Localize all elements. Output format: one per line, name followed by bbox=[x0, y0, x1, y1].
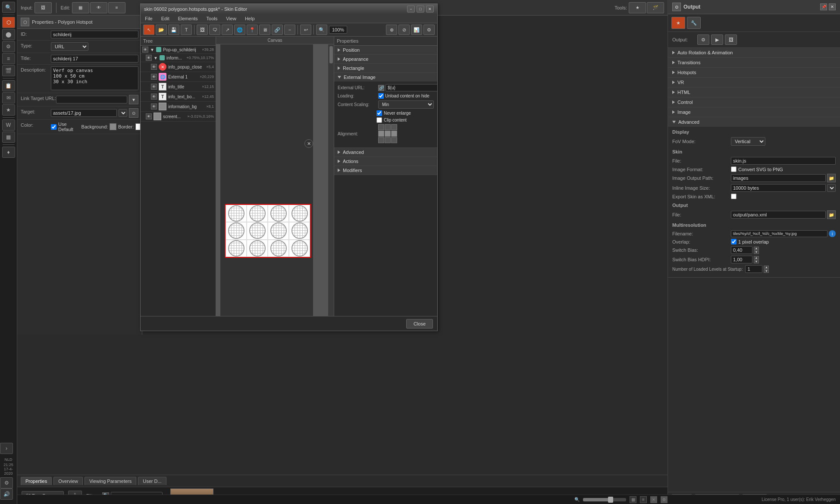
tool-minus[interactable]: − bbox=[284, 25, 295, 35]
output-image-btn[interactable]: 🖼 bbox=[725, 34, 737, 45]
align-mc[interactable] bbox=[385, 131, 391, 137]
tree-item-inform[interactable]: 👁 ▼ inform... +0.75%,10.17% bbox=[141, 54, 216, 62]
view-mode-btn-2[interactable]: ≡ bbox=[640, 496, 647, 503]
right-tab-star[interactable]: ★ bbox=[671, 17, 685, 29]
tree-eye-infobg[interactable]: 👁 bbox=[151, 103, 157, 110]
fov-mode-select[interactable]: Vertical Horizontal bbox=[731, 137, 765, 146]
export-skin-xml-check[interactable] bbox=[731, 194, 737, 199]
switch-bias-input[interactable] bbox=[731, 246, 752, 254]
tree-eye-popup[interactable]: 👁 bbox=[142, 47, 148, 53]
align-ml[interactable] bbox=[378, 131, 384, 137]
zoom-value-display[interactable]: 100% bbox=[329, 26, 347, 34]
toolbar-item-10[interactable]: ▦ bbox=[2, 131, 15, 143]
align-tl[interactable] bbox=[378, 124, 384, 130]
target-input[interactable] bbox=[51, 109, 117, 117]
toolbar-item-4[interactable]: ≡ bbox=[2, 53, 15, 64]
content-scaling-select[interactable]: Min Max Fit Stretch bbox=[378, 100, 434, 109]
canvas-scrollbar-v[interactable] bbox=[328, 44, 334, 322]
tool-image[interactable]: 🖼 bbox=[197, 25, 208, 35]
tree-arrow-inform[interactable]: ▼ bbox=[154, 56, 158, 60]
tree-eye-external[interactable]: 👁 bbox=[151, 74, 157, 80]
skin-file-input[interactable] bbox=[731, 157, 836, 165]
zoom-slider-thumb[interactable] bbox=[608, 497, 613, 503]
toolbar-item-8[interactable]: ★ bbox=[2, 104, 15, 116]
never-enlarge-check[interactable] bbox=[376, 110, 382, 116]
tool-extra-2[interactable]: ⊘ bbox=[398, 25, 410, 35]
tool-pin[interactable]: 📍 bbox=[247, 25, 258, 35]
tool-save[interactable]: 💾 bbox=[168, 25, 179, 35]
toolbar-item-5[interactable]: 🎬 bbox=[2, 65, 15, 76]
tree-eye-title[interactable]: 👁 bbox=[151, 84, 157, 90]
align-bl[interactable] bbox=[378, 137, 384, 143]
right-html-header[interactable]: HTML bbox=[668, 88, 840, 97]
title-input[interactable] bbox=[51, 55, 138, 63]
right-image-header[interactable]: Image bbox=[668, 107, 840, 117]
output-file-input[interactable] bbox=[731, 211, 826, 219]
toolbar-item-9[interactable]: W bbox=[2, 119, 15, 131]
right-header-close-btn[interactable]: ✕ bbox=[829, 3, 836, 10]
input-photo-btn[interactable]: 🖼 bbox=[34, 2, 52, 13]
tree-item-infobg[interactable]: 👁 information_bg ×8,1 bbox=[141, 102, 216, 112]
tools-star-btn[interactable]: ★ bbox=[629, 2, 646, 13]
link-url-input[interactable] bbox=[56, 96, 127, 103]
btab-overview[interactable]: Overview bbox=[53, 477, 83, 485]
right-tab-tools[interactable]: 🔧 bbox=[687, 17, 701, 29]
align-mr[interactable] bbox=[391, 131, 397, 137]
align-tr[interactable] bbox=[391, 124, 397, 130]
win-close-btn[interactable]: ✕ bbox=[426, 6, 434, 13]
toolbar-settings[interactable]: ⚙ bbox=[0, 477, 13, 488]
btab-viewing-params[interactable]: Viewing Parameters bbox=[85, 477, 136, 485]
image-format-check[interactable] bbox=[731, 166, 737, 172]
toolbar-search[interactable]: 🔍 bbox=[2, 2, 15, 13]
props-appearance-header[interactable]: Appearance bbox=[334, 55, 437, 63]
right-transitions-header[interactable]: Transitions bbox=[668, 58, 840, 67]
output-file-browse[interactable]: 📁 bbox=[827, 210, 836, 219]
tools-wand-btn[interactable]: 🪄 bbox=[647, 2, 664, 13]
inline-size-unit[interactable]: ▼ bbox=[827, 184, 836, 192]
tree-eye-close[interactable]: 👁 bbox=[151, 64, 157, 70]
btab-user-d[interactable]: User D... bbox=[138, 477, 166, 485]
tool-cursor[interactable]: ↖ bbox=[143, 25, 154, 35]
loading-check[interactable] bbox=[378, 93, 384, 99]
toolbar-item-2[interactable]: ⬤ bbox=[2, 29, 15, 40]
right-hotspots-header[interactable]: Hotspots bbox=[668, 68, 840, 77]
filename-info-icon[interactable]: i bbox=[829, 230, 836, 237]
filename-input[interactable] bbox=[731, 230, 827, 237]
output-gear-btn[interactable]: ⚙ bbox=[697, 34, 709, 45]
switch-bias-up[interactable]: ▲ bbox=[754, 247, 759, 250]
loaded-levels-down[interactable]: ▼ bbox=[764, 269, 769, 273]
tree-eye-inform[interactable]: 👁 bbox=[146, 55, 152, 61]
target-browse-btn[interactable]: ⊙ bbox=[129, 108, 138, 118]
switch-bias-down[interactable]: ▼ bbox=[754, 250, 759, 254]
menu-elements[interactable]: Elements bbox=[176, 15, 200, 22]
toolbar-polygon-hotspot[interactable]: ⬡ bbox=[2, 17, 15, 28]
tool-extra-3[interactable]: 📊 bbox=[411, 25, 422, 35]
menu-file[interactable]: File bbox=[143, 15, 154, 22]
desc-textarea[interactable]: Verf op canvas 100 x 50 cm 30 x 30 inch … bbox=[51, 66, 138, 90]
menu-tools[interactable]: Tools bbox=[205, 15, 219, 22]
tree-eye-screent[interactable]: 👁 bbox=[146, 113, 152, 119]
switch-bias-hdpi-input[interactable] bbox=[731, 256, 752, 263]
link-url-btn[interactable]: ▼ bbox=[129, 95, 138, 104]
tool-undo[interactable]: ↩ bbox=[300, 25, 311, 35]
toolbar-item-7[interactable]: ✉ bbox=[2, 92, 15, 103]
toolbar-collapse[interactable]: › bbox=[0, 443, 13, 454]
edit-grid-btn[interactable]: ▦ bbox=[72, 2, 89, 13]
edit-view-btn[interactable]: 👁 bbox=[90, 2, 107, 13]
toolbar-item-6[interactable]: 📋 bbox=[2, 80, 15, 91]
edit-list-btn[interactable]: ≡ bbox=[108, 2, 125, 13]
win-maximize-btn[interactable]: □ bbox=[417, 6, 424, 13]
inline-image-size-input[interactable] bbox=[731, 184, 826, 192]
tool-extra-4[interactable]: ⚙ bbox=[423, 25, 435, 35]
target-select[interactable]: ▼ bbox=[119, 109, 127, 117]
loaded-levels-input[interactable] bbox=[745, 265, 762, 273]
right-vr-header[interactable]: VR bbox=[668, 78, 840, 87]
tool-zoom-out[interactable]: 🔍 bbox=[316, 25, 327, 35]
color-use-default-check[interactable] bbox=[51, 124, 56, 130]
tool-text[interactable]: T bbox=[181, 25, 192, 35]
tree-eye-textbo[interactable]: 👁 bbox=[151, 94, 157, 100]
tool-open-folder[interactable]: 📂 bbox=[156, 25, 167, 35]
ext-url-input[interactable] bbox=[386, 84, 437, 91]
tree-item-title[interactable]: 👁 T info_title ×12,15 bbox=[141, 82, 216, 92]
win-minimize-btn[interactable]: − bbox=[407, 6, 415, 13]
